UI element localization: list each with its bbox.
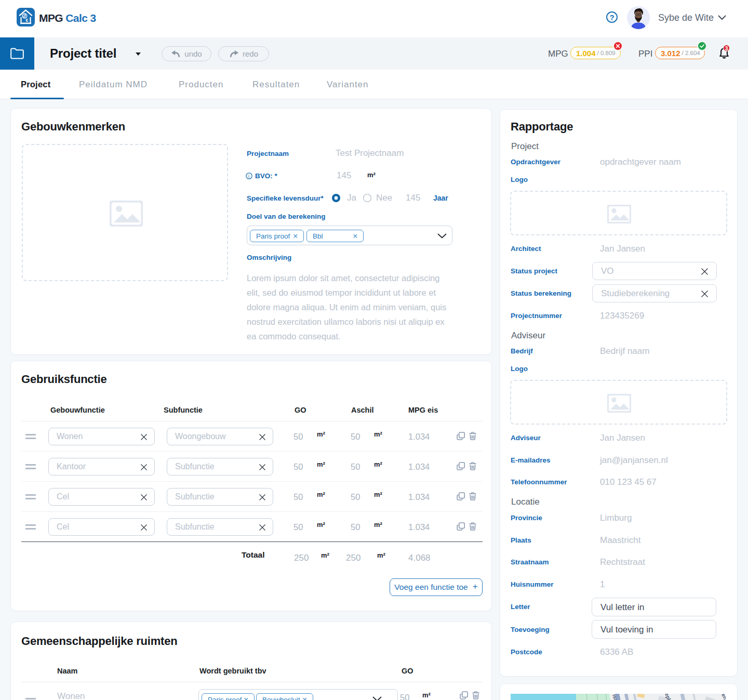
svg-text:€: € [26,18,29,23]
svg-text:i: i [248,174,249,179]
